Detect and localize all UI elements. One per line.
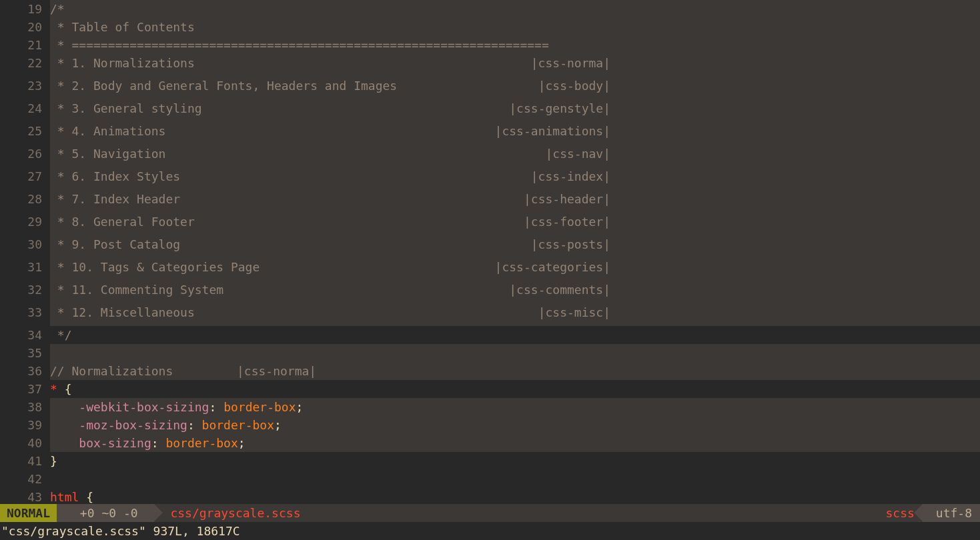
command-line[interactable]: "css/grayscale.scss" 937L, 18617C	[0, 522, 980, 540]
line-number: 28	[0, 190, 50, 213]
code-text: * ======================================…	[50, 36, 980, 54]
line-number: 32	[0, 281, 50, 303]
line-number: 30	[0, 235, 50, 258]
line-number: 29	[0, 213, 50, 235]
line-number: 41	[0, 452, 50, 470]
empty-line	[50, 470, 980, 488]
toc-item: * 7. Index Header|css-header|	[50, 190, 980, 213]
line-number: 39	[0, 416, 50, 434]
code-text: */	[50, 326, 980, 344]
vim-mode-indicator: NORMAL	[0, 504, 57, 522]
code-text: * Table of Contents	[50, 18, 980, 36]
line-number: 38	[0, 398, 50, 416]
code-text: box-sizing: border-box;	[50, 434, 980, 452]
line-number: 42	[0, 470, 50, 488]
line-number: 33	[0, 303, 50, 326]
line-number: 35	[0, 344, 50, 362]
code-text: /*	[50, 0, 980, 18]
empty-line	[50, 344, 980, 362]
line-number: 37	[0, 380, 50, 398]
toc-item: * 4. Animations|css-animations|	[50, 122, 980, 145]
toc-item: * 6. Index Styles|css-index|	[50, 167, 980, 190]
toc-item: * 11. Commenting System|css-comments|	[50, 281, 980, 303]
line-number: 19	[0, 0, 50, 18]
git-status: +0 ~0 -0	[57, 504, 154, 522]
line-number: 36	[0, 362, 50, 380]
toc-item: * 12. Miscellaneous|css-misc|	[50, 303, 980, 326]
line-number: 43	[0, 488, 50, 506]
code-text: html {	[50, 488, 980, 506]
line-number: 24	[0, 99, 50, 122]
line-number: 31	[0, 258, 50, 281]
line-number: 22	[0, 54, 50, 77]
line-number: 21	[0, 36, 50, 54]
line-number: 27	[0, 167, 50, 190]
toc-item: * 8. General Footer|css-footer|	[50, 213, 980, 235]
line-number: 40	[0, 434, 50, 452]
line-number: 34	[0, 326, 50, 344]
status-line: NORMAL +0 ~0 -0 css/grayscale.scss scss …	[0, 504, 980, 522]
line-number: 20	[0, 18, 50, 36]
editor-area[interactable]: 19/* 20 * Table of Contents 21 * =======…	[0, 0, 980, 504]
toc-item: * 10. Tags & Categories Page|css-categor…	[50, 258, 980, 281]
toc-item: * 9. Post Catalog|css-posts|	[50, 235, 980, 258]
line-number: 26	[0, 145, 50, 167]
toc-item: * 5. Navigation|css-nav|	[50, 145, 980, 167]
file-path: css/grayscale.scss	[154, 504, 300, 522]
line-number: 25	[0, 122, 50, 145]
toc-item: * 3. General styling|css-genstyle|	[50, 99, 980, 122]
code-text: }	[50, 452, 980, 470]
code-text: * {	[50, 380, 980, 398]
toc-item: * 1. Normalizations|css-norma|	[50, 54, 980, 77]
code-text: -moz-box-sizing: border-box;	[50, 416, 980, 434]
section-comment: // Normalizations|css-norma|	[50, 362, 980, 380]
toc-item: * 2. Body and General Fonts, Headers and…	[50, 77, 980, 99]
line-number: 23	[0, 77, 50, 99]
code-text: -webkit-box-sizing: border-box;	[50, 398, 980, 416]
encoding-indicator: utf-8	[923, 504, 980, 522]
